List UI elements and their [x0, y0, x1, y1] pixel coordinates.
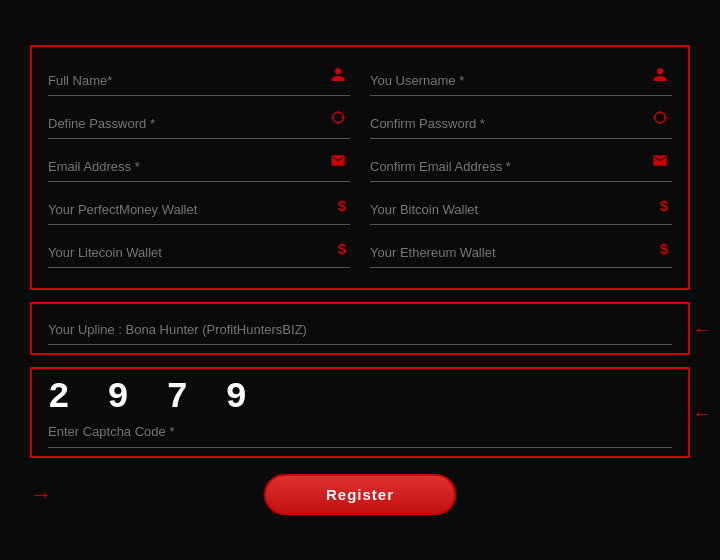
define-password-field: [48, 100, 350, 139]
captcha-wrapper: 2 9 7 9: [30, 367, 690, 458]
email-icon: [330, 153, 346, 172]
confirm-password-input[interactable]: [370, 116, 642, 131]
upline-arrow: ←: [692, 317, 712, 340]
perfect-money-field: $: [48, 186, 350, 225]
svg-point-0: [333, 112, 344, 123]
bitcoin-input[interactable]: [370, 202, 642, 217]
dollar-icon-2: $: [660, 198, 668, 213]
register-section: → Register: [30, 474, 690, 515]
litecoin-input[interactable]: [48, 245, 320, 260]
captcha-input[interactable]: [48, 422, 422, 441]
username-field: [370, 57, 672, 96]
user-icon-2: [652, 67, 668, 86]
ethereum-input[interactable]: [370, 245, 642, 260]
upline-wrapper: ←: [30, 302, 690, 355]
bitcoin-field: $: [370, 186, 672, 225]
email-input[interactable]: [48, 159, 320, 174]
registration-form: $ $ $ $ ←: [20, 35, 700, 525]
litecoin-field: $: [48, 229, 350, 268]
full-name-input[interactable]: [48, 73, 320, 88]
full-name-field: [48, 57, 350, 96]
email-icon-2: [652, 153, 668, 172]
email-field: [48, 143, 350, 182]
register-arrow: →: [30, 482, 52, 508]
captcha-arrow: ←: [692, 401, 712, 424]
captcha-code: 2 9 7 9: [48, 377, 255, 418]
define-password-input[interactable]: [48, 116, 320, 131]
svg-point-5: [655, 112, 666, 123]
username-input[interactable]: [370, 73, 642, 88]
form-grid-wrapper: $ $ $ $: [30, 45, 690, 290]
upline-input[interactable]: [48, 322, 404, 337]
dollar-icon-4: $: [660, 241, 668, 256]
perfect-money-input[interactable]: [48, 202, 320, 217]
crosshair-icon-2: [652, 110, 668, 129]
captcha-inner: 2 9 7 9: [48, 377, 672, 448]
user-icon: [330, 67, 346, 86]
confirm-email-input[interactable]: [370, 159, 642, 174]
captcha-wrapper-outer: 2 9 7 9 ←: [30, 367, 690, 458]
upline-field-wrapper: [30, 302, 690, 355]
dollar-icon: $: [338, 198, 346, 213]
form-grid: $ $ $ $: [48, 57, 672, 272]
ethereum-field: $: [370, 229, 672, 268]
register-button[interactable]: Register: [264, 474, 456, 515]
confirm-email-field: [370, 143, 672, 182]
confirm-password-field: [370, 100, 672, 139]
crosshair-icon: [330, 110, 346, 129]
dollar-icon-3: $: [338, 241, 346, 256]
upline-field: [48, 312, 672, 345]
